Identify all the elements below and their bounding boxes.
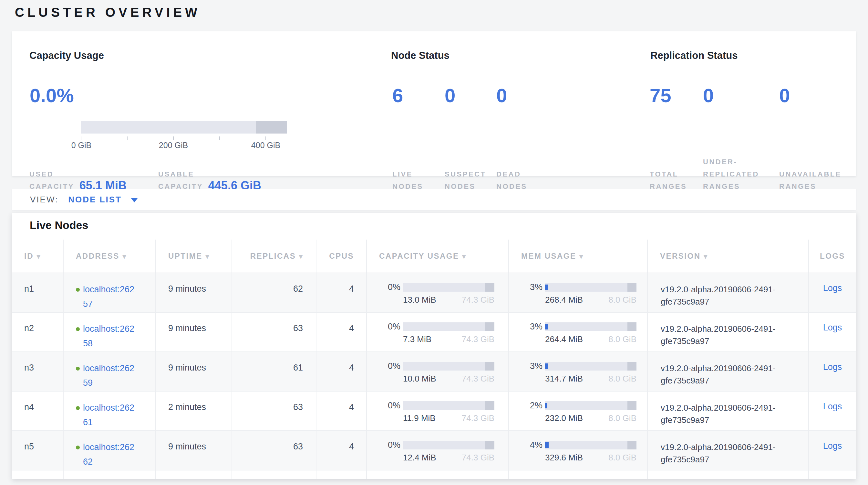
view-mode-dropdown[interactable]: NODE LIST bbox=[68, 195, 138, 205]
logs-link[interactable]: Logs bbox=[823, 283, 842, 293]
capacity-usage-bar bbox=[403, 401, 494, 410]
node-replicas: 62 bbox=[232, 273, 316, 312]
node-mem-usage-cell: 3% 268.4 MiB8.0 GiB bbox=[509, 273, 648, 312]
node-replicas: 63 bbox=[232, 313, 316, 351]
node-capacity-usage-cell: 0% 11.9 MiB74.3 GiB bbox=[367, 392, 509, 430]
node-uptime: 2 minutes bbox=[156, 392, 232, 430]
node-uptime: 9 minutes bbox=[156, 352, 232, 391]
node-live-status-icon bbox=[76, 406, 80, 410]
node-address-link[interactable]: localhost:26257 bbox=[83, 282, 138, 311]
axis-tick bbox=[127, 137, 128, 140]
node-version: v19.2.0-alpha.20190606-2491-gfe735c9a97 bbox=[648, 352, 809, 391]
node-replicas: 63 bbox=[232, 392, 316, 430]
capacity-usage-bar bbox=[403, 362, 494, 371]
column-header-address[interactable]: ADDRESS▼ bbox=[64, 239, 156, 273]
axis-tick-label: 0 GiB bbox=[71, 141, 92, 150]
node-live-status-icon bbox=[76, 327, 80, 331]
column-header-uptime[interactable]: UPTIME▼ bbox=[156, 239, 232, 273]
node-logs-cell: Logs bbox=[809, 431, 856, 470]
logs-link[interactable]: Logs bbox=[823, 402, 842, 411]
node-capacity-usage-cell: 0% 10.0 MiB74.3 GiB bbox=[367, 352, 509, 391]
column-header-id[interactable]: ID▼ bbox=[12, 239, 64, 273]
node-mem-usage-cell: 3% 264.4 MiB8.0 GiB bbox=[509, 313, 648, 351]
node-id: n4 bbox=[12, 392, 64, 430]
axis-tick-label: 400 GiB bbox=[251, 141, 280, 150]
node-uptime: 9 minutes bbox=[156, 273, 232, 312]
table-row-partial bbox=[12, 470, 856, 479]
node-address-cell: localhost:26262 bbox=[64, 431, 156, 470]
node-address-cell: localhost:26257 bbox=[64, 273, 156, 312]
page-title: CLUSTER OVERVIEW bbox=[15, 4, 200, 20]
node-status-heading: Node Status bbox=[391, 50, 450, 62]
logs-link[interactable]: Logs bbox=[823, 441, 842, 451]
sort-desc-icon: ▼ bbox=[206, 254, 210, 260]
capacity-usage-heading: Capacity Usage bbox=[29, 50, 104, 62]
suspect-nodes-count: 0 bbox=[445, 85, 455, 106]
node-address-link[interactable]: localhost:26258 bbox=[83, 322, 138, 351]
node-version: v19.2.0-alpha.20190606-2491-gfe735c9a97 bbox=[648, 392, 809, 430]
node-address-link[interactable]: localhost:26261 bbox=[83, 401, 138, 430]
view-label: VIEW: bbox=[30, 195, 58, 205]
sort-desc-icon: ▼ bbox=[36, 254, 41, 260]
logs-link[interactable]: Logs bbox=[823, 323, 842, 333]
node-capacity-usage-cell: 0% 13.0 MiB74.3 GiB bbox=[367, 273, 509, 312]
node-id: n1 bbox=[12, 273, 64, 312]
node-address-cell: localhost:26259 bbox=[64, 352, 156, 391]
node-cpus: 4 bbox=[316, 273, 367, 312]
node-capacity-usage-cell: 0% 12.4 MiB74.3 GiB bbox=[367, 431, 509, 470]
node-capacity-usage-cell: 0% 7.3 MiB74.3 GiB bbox=[367, 313, 509, 351]
node-cpus: 4 bbox=[316, 313, 367, 351]
axis-tick bbox=[266, 137, 266, 140]
capacity-usage-bar bbox=[403, 441, 494, 450]
column-header-mem-usage[interactable]: MEM USAGE▼ bbox=[509, 239, 648, 273]
node-mem-usage-cell: 4% 329.6 MiB8.0 GiB bbox=[509, 431, 648, 470]
column-header-version[interactable]: VERSION▼ bbox=[648, 239, 809, 273]
capacity-usage-bar bbox=[81, 121, 287, 134]
sort-desc-icon: ▼ bbox=[299, 254, 304, 260]
capacity-usage-bar bbox=[403, 283, 494, 292]
table-row: n5 localhost:26262 9 minutes 63 4 0% 12.… bbox=[12, 431, 856, 470]
node-logs-cell: Logs bbox=[809, 273, 856, 312]
sort-desc-icon: ▼ bbox=[579, 254, 584, 260]
node-logs-cell: Logs bbox=[809, 352, 856, 391]
node-address-link[interactable]: localhost:26262 bbox=[83, 440, 138, 469]
unavailable-ranges-count: 0 bbox=[779, 85, 790, 106]
node-cpus: 4 bbox=[316, 352, 367, 391]
capacity-bar-dark-segment bbox=[256, 121, 287, 134]
node-live-status-icon bbox=[76, 288, 80, 292]
node-version: v19.2.0-alpha.20190606-2491-gfe735c9a97 bbox=[648, 431, 809, 470]
node-address-link[interactable]: localhost:26259 bbox=[83, 361, 138, 390]
axis-tick bbox=[81, 137, 82, 140]
node-live-status-icon bbox=[76, 367, 80, 371]
live-nodes-count: 6 bbox=[392, 85, 403, 106]
axis-tick bbox=[219, 137, 220, 140]
column-header-capacity-usage[interactable]: CAPACITY USAGE▼ bbox=[367, 239, 509, 273]
view-selector-bar: VIEW: NODE LIST bbox=[12, 189, 856, 210]
node-cpus: 4 bbox=[316, 392, 367, 430]
capacity-usage-bar bbox=[403, 322, 494, 331]
axis-tick-label: 200 GiB bbox=[159, 141, 188, 150]
node-mem-usage-cell: 2% 232.0 MiB8.0 GiB bbox=[509, 392, 648, 430]
column-header-logs: LOGS bbox=[809, 239, 856, 273]
mem-usage-bar bbox=[545, 441, 637, 450]
mem-usage-bar bbox=[545, 322, 637, 331]
logs-link[interactable]: Logs bbox=[823, 362, 842, 372]
node-address-cell: localhost:26261 bbox=[64, 392, 156, 430]
node-logs-cell: Logs bbox=[809, 392, 856, 430]
table-row: n4 localhost:26261 2 minutes 63 4 0% 11.… bbox=[12, 392, 856, 431]
node-cpus: 4 bbox=[316, 431, 367, 470]
table-header-row: ID▼ ADDRESS▼ UPTIME▼ REPLICAS▼ CPUS CAPA… bbox=[12, 239, 856, 273]
node-address-cell: localhost:26258 bbox=[64, 313, 156, 351]
axis-tick bbox=[173, 137, 174, 140]
capacity-used-percent: 0.0% bbox=[30, 85, 74, 106]
node-id: n5 bbox=[12, 431, 64, 470]
chevron-down-icon bbox=[131, 198, 138, 202]
replication-status-heading: Replication Status bbox=[650, 50, 738, 62]
node-logs-cell: Logs bbox=[809, 313, 856, 351]
node-live-status-icon bbox=[76, 446, 80, 450]
node-replicas: 61 bbox=[232, 352, 316, 391]
column-header-replicas[interactable]: REPLICAS▼ bbox=[232, 239, 316, 273]
column-header-cpus: CPUS bbox=[316, 239, 367, 273]
total-ranges-count: 75 bbox=[650, 85, 671, 106]
sort-desc-icon: ▼ bbox=[462, 254, 467, 260]
